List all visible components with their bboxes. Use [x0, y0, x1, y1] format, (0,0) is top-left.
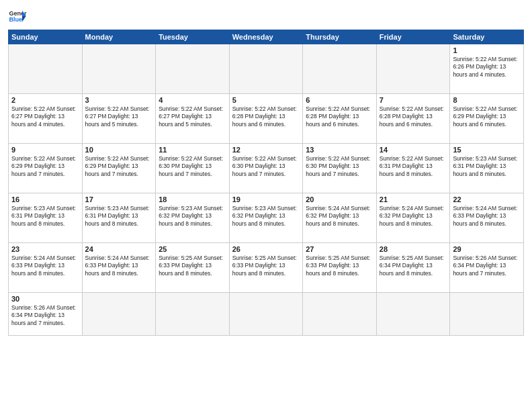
calendar-day-cell: 28Sunrise: 5:25 AM Sunset: 6:34 PM Dayli…	[376, 243, 450, 293]
calendar-day-cell	[156, 293, 230, 336]
day-info: Sunrise: 5:22 AM Sunset: 6:28 PM Dayligh…	[380, 105, 447, 128]
header: General Blue	[8, 7, 524, 26]
day-number: 30	[11, 295, 79, 303]
day-info: Sunrise: 5:22 AM Sunset: 6:28 PM Dayligh…	[232, 105, 300, 128]
calendar-week-row: 1Sunrise: 5:22 AM Sunset: 6:26 PM Daylig…	[9, 44, 524, 94]
day-number: 7	[380, 96, 447, 104]
day-number: 19	[232, 195, 300, 203]
calendar-day-cell	[303, 293, 377, 336]
day-info: Sunrise: 5:22 AM Sunset: 6:27 PM Dayligh…	[11, 105, 79, 128]
calendar-day-header: Sunday	[9, 30, 83, 44]
calendar-day-cell: 25Sunrise: 5:25 AM Sunset: 6:33 PM Dayli…	[156, 243, 230, 293]
day-number: 23	[11, 245, 79, 253]
calendar-day-cell: 15Sunrise: 5:23 AM Sunset: 6:31 PM Dayli…	[450, 144, 524, 193]
day-info: Sunrise: 5:25 AM Sunset: 6:34 PM Dayligh…	[380, 255, 447, 277]
day-info: Sunrise: 5:26 AM Sunset: 6:34 PM Dayligh…	[453, 255, 521, 277]
calendar-day-cell: 8Sunrise: 5:22 AM Sunset: 6:29 PM Daylig…	[450, 94, 524, 144]
day-number: 10	[85, 146, 153, 154]
calendar-week-row: 2Sunrise: 5:22 AM Sunset: 6:27 PM Daylig…	[9, 94, 524, 144]
day-number: 3	[85, 96, 153, 104]
day-info: Sunrise: 5:24 AM Sunset: 6:33 PM Dayligh…	[453, 205, 521, 228]
calendar-day-cell: 19Sunrise: 5:23 AM Sunset: 6:32 PM Dayli…	[229, 193, 303, 243]
calendar-day-cell	[156, 44, 230, 94]
day-number: 17	[85, 195, 153, 203]
day-number: 5	[232, 96, 300, 104]
day-number: 28	[380, 245, 447, 253]
day-number: 29	[453, 245, 521, 253]
calendar-day-cell	[376, 293, 450, 336]
day-number: 21	[380, 195, 447, 203]
calendar-header-row: SundayMondayTuesdayWednesdayThursdayFrid…	[9, 30, 524, 44]
calendar-day-header: Saturday	[450, 30, 524, 44]
calendar-week-row: 30Sunrise: 5:26 AM Sunset: 6:34 PM Dayli…	[9, 293, 524, 336]
day-info: Sunrise: 5:24 AM Sunset: 6:33 PM Dayligh…	[85, 255, 153, 277]
day-number: 16	[11, 195, 79, 203]
calendar-day-cell: 23Sunrise: 5:24 AM Sunset: 6:33 PM Dayli…	[9, 243, 83, 293]
day-info: Sunrise: 5:22 AM Sunset: 6:28 PM Dayligh…	[306, 105, 373, 128]
day-number: 13	[306, 146, 373, 154]
day-number: 27	[306, 245, 373, 253]
day-info: Sunrise: 5:24 AM Sunset: 6:32 PM Dayligh…	[380, 205, 447, 228]
calendar-day-cell: 29Sunrise: 5:26 AM Sunset: 6:34 PM Dayli…	[450, 243, 524, 293]
calendar-day-cell	[376, 44, 450, 94]
day-info: Sunrise: 5:22 AM Sunset: 6:27 PM Dayligh…	[85, 105, 153, 128]
day-number: 9	[11, 146, 79, 154]
day-number: 2	[11, 96, 79, 104]
calendar-day-cell: 12Sunrise: 5:22 AM Sunset: 6:30 PM Dayli…	[229, 144, 303, 193]
calendar-day-cell: 30Sunrise: 5:26 AM Sunset: 6:34 PM Dayli…	[9, 293, 83, 336]
calendar-day-header: Monday	[82, 30, 156, 44]
calendar-day-cell: 24Sunrise: 5:24 AM Sunset: 6:33 PM Dayli…	[82, 243, 156, 293]
calendar-day-header: Wednesday	[229, 30, 303, 44]
day-number: 25	[159, 245, 226, 253]
calendar-day-header: Friday	[376, 30, 450, 44]
calendar-day-cell: 21Sunrise: 5:24 AM Sunset: 6:32 PM Dayli…	[376, 193, 450, 243]
calendar-table: SundayMondayTuesdayWednesdayThursdayFrid…	[8, 30, 524, 336]
calendar-day-cell	[9, 44, 83, 94]
calendar-day-cell	[450, 293, 524, 336]
calendar-day-cell	[82, 44, 156, 94]
calendar-day-cell: 16Sunrise: 5:23 AM Sunset: 6:31 PM Dayli…	[9, 193, 83, 243]
day-info: Sunrise: 5:22 AM Sunset: 6:30 PM Dayligh…	[306, 155, 373, 178]
calendar-day-cell: 10Sunrise: 5:22 AM Sunset: 6:29 PM Dayli…	[82, 144, 156, 193]
day-number: 26	[232, 245, 300, 253]
day-info: Sunrise: 5:23 AM Sunset: 6:32 PM Dayligh…	[232, 205, 300, 228]
logo-icon: General Blue	[8, 7, 27, 26]
calendar-day-header: Tuesday	[156, 30, 230, 44]
day-info: Sunrise: 5:23 AM Sunset: 6:31 PM Dayligh…	[453, 155, 521, 178]
calendar-day-cell	[229, 44, 303, 94]
day-info: Sunrise: 5:22 AM Sunset: 6:27 PM Dayligh…	[159, 105, 226, 128]
calendar-day-cell: 18Sunrise: 5:23 AM Sunset: 6:32 PM Dayli…	[156, 193, 230, 243]
calendar-day-cell	[82, 293, 156, 336]
day-number: 1	[453, 46, 521, 54]
calendar-day-cell: 17Sunrise: 5:23 AM Sunset: 6:31 PM Dayli…	[82, 193, 156, 243]
day-info: Sunrise: 5:25 AM Sunset: 6:33 PM Dayligh…	[306, 255, 373, 277]
calendar-day-cell: 14Sunrise: 5:22 AM Sunset: 6:31 PM Dayli…	[376, 144, 450, 193]
calendar-day-cell: 7Sunrise: 5:22 AM Sunset: 6:28 PM Daylig…	[376, 94, 450, 144]
calendar-day-cell: 20Sunrise: 5:24 AM Sunset: 6:32 PM Dayli…	[303, 193, 377, 243]
day-info: Sunrise: 5:22 AM Sunset: 6:26 PM Dayligh…	[453, 56, 521, 79]
calendar-day-cell	[303, 44, 377, 94]
svg-text:Blue: Blue	[9, 16, 22, 23]
logo: General Blue	[8, 7, 27, 26]
day-info: Sunrise: 5:22 AM Sunset: 6:29 PM Dayligh…	[453, 105, 521, 128]
day-number: 22	[453, 195, 521, 203]
calendar-day-header: Thursday	[303, 30, 377, 44]
day-number: 6	[306, 96, 373, 104]
calendar-day-cell: 6Sunrise: 5:22 AM Sunset: 6:28 PM Daylig…	[303, 94, 377, 144]
day-number: 18	[159, 195, 226, 203]
day-info: Sunrise: 5:23 AM Sunset: 6:32 PM Dayligh…	[159, 205, 226, 228]
day-number: 14	[380, 146, 447, 154]
day-info: Sunrise: 5:24 AM Sunset: 6:32 PM Dayligh…	[306, 205, 373, 228]
svg-marker-3	[22, 16, 26, 21]
day-info: Sunrise: 5:25 AM Sunset: 6:33 PM Dayligh…	[232, 255, 300, 277]
day-info: Sunrise: 5:25 AM Sunset: 6:33 PM Dayligh…	[159, 255, 226, 277]
calendar-week-row: 23Sunrise: 5:24 AM Sunset: 6:33 PM Dayli…	[9, 243, 524, 293]
day-number: 12	[232, 146, 300, 154]
day-info: Sunrise: 5:24 AM Sunset: 6:33 PM Dayligh…	[11, 255, 79, 277]
day-number: 8	[453, 96, 521, 104]
calendar-day-cell: 4Sunrise: 5:22 AM Sunset: 6:27 PM Daylig…	[156, 94, 230, 144]
day-info: Sunrise: 5:22 AM Sunset: 6:31 PM Dayligh…	[380, 155, 447, 178]
day-number: 20	[306, 195, 373, 203]
calendar-day-cell: 9Sunrise: 5:22 AM Sunset: 6:29 PM Daylig…	[9, 144, 83, 193]
calendar-week-row: 16Sunrise: 5:23 AM Sunset: 6:31 PM Dayli…	[9, 193, 524, 243]
